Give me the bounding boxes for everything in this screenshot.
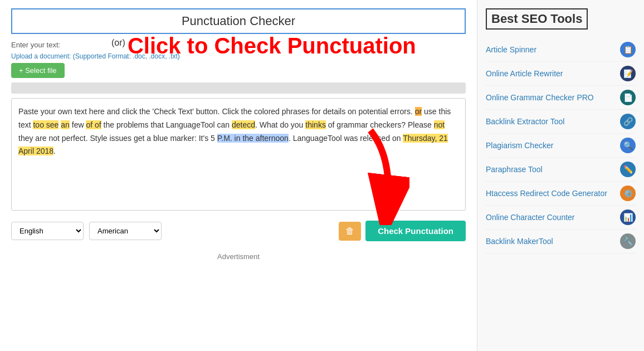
sidebar-title: Best SEO Tools <box>486 8 588 30</box>
list-item: Online Character Counter 📊 <box>486 206 636 230</box>
plagiarism-checker-icon: 🔍 <box>620 138 636 153</box>
text-editor-wrapper: Paste your own text here and click the '… <box>11 98 466 211</box>
sidebar-link-plagiarism-checker[interactable]: Plagiarism Checker <box>486 141 616 150</box>
check-punctuation-button[interactable]: Check Punctuation <box>365 221 466 241</box>
highlight-detecd: detecd <box>232 120 255 129</box>
action-buttons: 🗑 Check Punctuation <box>339 221 466 241</box>
htaccess-generator-icon: ⚙️ <box>620 186 636 201</box>
highlight-toosee: too see <box>33 120 58 129</box>
sidebar-list: Article Spinner 📋 Online Article Rewrite… <box>486 38 636 254</box>
progress-bar <box>11 82 466 94</box>
backlink-maker-icon: 🔧 <box>620 233 636 249</box>
paraphrase-tool-icon: ✏️ <box>620 162 636 177</box>
upload-label: Upload a document: (Supported Format: .d… <box>11 52 466 60</box>
clear-button[interactable]: 🗑 <box>339 222 361 241</box>
page-title: Punctuation Checker <box>23 14 453 28</box>
list-item: Backlink Extractor Tool 🔗 <box>486 110 636 134</box>
sidebar-link-article-rewriter[interactable]: Online Article Rewriter <box>486 69 616 78</box>
sidebar-link-grammar-checker[interactable]: Online Grammar Checker PRO <box>486 93 616 102</box>
highlight-ofof: of of <box>86 120 101 129</box>
tool-title-box: Punctuation Checker <box>11 8 466 34</box>
highlight-or: or <box>415 107 422 116</box>
highlight-an: an <box>61 120 70 129</box>
list-item: Online Article Rewriter 📝 <box>486 62 636 86</box>
bottom-controls: English French German Spanish American B… <box>11 215 466 247</box>
highlight-pm: P.M. in the afternoon <box>217 134 289 143</box>
article-rewriter-icon: 📝 <box>620 66 636 81</box>
list-item: Paraphrase Tool ✏️ <box>486 158 636 182</box>
list-item: Htaccess Redirect Code Generator ⚙️ <box>486 182 636 206</box>
text-editor[interactable]: Paste your own text here and click the '… <box>12 99 465 210</box>
upload-section: Upload a document: (Supported Format: .d… <box>11 52 466 78</box>
list-item: Plagiarism Checker 🔍 <box>486 134 636 158</box>
sidebar-link-backlink-maker[interactable]: Backlink MakerTool <box>486 237 616 246</box>
article-spinner-icon: 📋 <box>620 42 636 57</box>
language-select[interactable]: English French German Spanish <box>11 222 84 240</box>
language-selects: English French German Spanish American B… <box>11 222 162 240</box>
dialect-select[interactable]: American British Australian <box>89 222 162 240</box>
sidebar-link-paraphrase-tool[interactable]: Paraphrase Tool <box>486 165 616 174</box>
select-file-button[interactable]: + Select file <box>11 63 65 78</box>
highlight-thinks: thinks <box>305 120 326 129</box>
sidebar-link-character-counter[interactable]: Online Character Counter <box>486 213 616 222</box>
sidebar-link-backlink-extractor[interactable]: Backlink Extractor Tool <box>486 117 616 126</box>
enter-text-label: Enter your text: <box>11 41 466 49</box>
sidebar: Best SEO Tools Article Spinner 📋 Online … <box>477 0 644 351</box>
advertisement-label: Advertisment <box>11 252 466 261</box>
backlink-extractor-icon: 🔗 <box>620 114 636 129</box>
grammar-checker-icon: 📄 <box>620 90 636 105</box>
list-item: Online Grammar Checker PRO 📄 <box>486 86 636 110</box>
sidebar-link-htaccess-generator[interactable]: Htaccess Redirect Code Generator <box>486 189 616 198</box>
list-item: Backlink MakerTool 🔧 <box>486 230 636 254</box>
character-counter-icon: 📊 <box>620 209 636 225</box>
sidebar-link-article-spinner[interactable]: Article Spinner <box>486 45 616 54</box>
list-item: Article Spinner 📋 <box>486 38 636 62</box>
highlight-not: not <box>434 120 445 129</box>
